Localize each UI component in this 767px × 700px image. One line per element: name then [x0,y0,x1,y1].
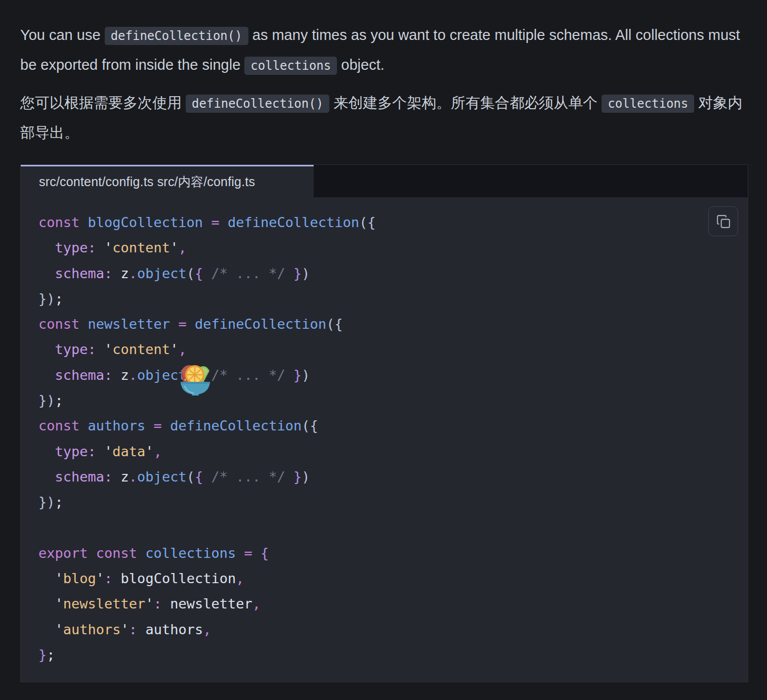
paragraph-zh: 您可以根据需要多次使用 defineCollection() 来创建多个架构。所… [20,89,747,147]
code-line: schema: z.object({ /* ... */ }) [38,261,738,286]
code-line: 'blog': blogCollection, [38,566,738,591]
copy-button[interactable] [708,206,738,236]
code-line: }; [38,642,738,668]
copy-icon [716,214,731,229]
code-line: schema: z.object({ /* ... */ }) [38,464,738,490]
code-block: src/content/config.ts src/内容/config.ts c… [20,164,748,682]
paragraph-en: You can use defineCollection() as many t… [20,21,747,80]
code-line: }); [38,286,738,312]
code-line: const blogCollection = defineCollection(… [38,210,738,235]
tab-filename-label: src/content/config.ts src/内容/config.ts [39,173,255,190]
code-line: type: 'content', [38,235,738,260]
code-line: }); [38,490,738,515]
code-line: const authors = defineCollection({ [38,413,738,439]
code-line: 'newsletter': newsletter, [38,591,738,617]
code-tabbar: src/content/config.ts src/内容/config.ts [21,165,748,197]
code-line: }); [38,388,738,413]
code-line: type: 'content', [38,337,738,362]
inline-code: collections [602,95,694,113]
code-content: const blogCollection = defineCollection(… [38,210,738,668]
code-line: schema: z.object({ /* ... */ }) [38,363,738,388]
code-area: const blogCollection = defineCollection(… [21,197,748,682]
code-line: export const collections = { [38,541,738,566]
inline-code: collections [244,57,337,75]
page: You can use defineCollection() as many t… [0,0,767,682]
code-line: const newsletter = defineCollection({ [38,312,738,337]
inline-code: defineCollection() [105,27,248,45]
code-line [38,515,738,541]
tab-filename[interactable]: src/content/config.ts src/内容/config.ts [21,165,314,197]
code-line: type: 'data', [38,439,738,464]
inline-code: defineCollection() [186,95,329,113]
tabbar-filler [314,165,748,197]
code-line: 'authors': authors, [38,617,738,642]
